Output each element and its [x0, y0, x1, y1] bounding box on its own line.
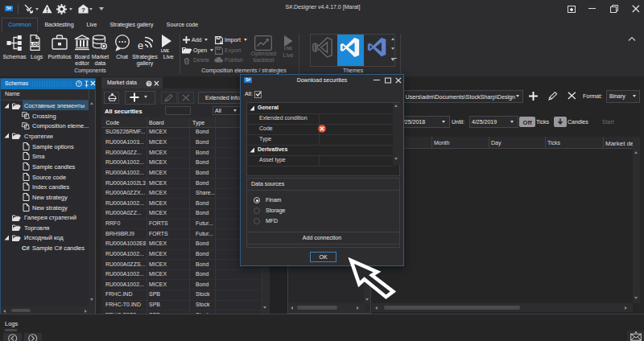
svg-text:?: ?: [77, 81, 80, 86]
svg-text:?: ?: [147, 81, 150, 86]
svg-text:e: e: [138, 39, 143, 51]
svg-text:LOG: LOG: [30, 42, 39, 47]
svg-text:LIVE: LIVE: [161, 49, 169, 53]
svg-text:?: ?: [81, 6, 85, 14]
